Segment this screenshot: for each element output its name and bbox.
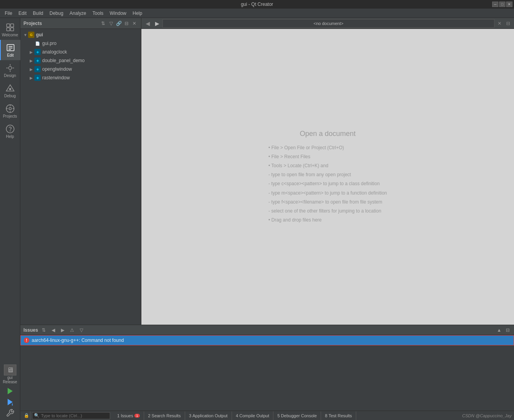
status-tab-app-label: Application Output: [193, 413, 228, 418]
tree-label-gui-pro: gui.pro: [42, 41, 57, 46]
editor-hint-7: - type f<space><filename> to open file f…: [268, 198, 382, 206]
svg-point-11: [9, 107, 11, 110]
build-target[interactable]: 🖥 gui Release: [0, 363, 20, 386]
tree-label-double-panel: double_panel_demo: [42, 58, 85, 63]
top-area: Projects ⇅ ▽ 🔗 ⊟ ✕ ▼ G gui: [20, 18, 514, 325]
menu-help[interactable]: Help: [130, 10, 146, 17]
editor-hint-1: • File > Open File or Project (Ctrl+O): [268, 144, 344, 152]
issue-row-1[interactable]: ! aarch64-linux-gnu-g++: Command not fou…: [20, 335, 514, 345]
status-search[interactable]: 🔍: [32, 412, 110, 419]
projects-toolbar: ⇅ ▽ 🔗 ⊟ ✕: [100, 20, 138, 27]
tree-arrow-analogclock: ▶: [30, 50, 34, 54]
issues-prev-btn[interactable]: ◀: [50, 327, 57, 334]
status-tab-compile-output[interactable]: 4 Compile Output: [232, 411, 274, 420]
issues-collapse-btn[interactable]: ▲: [496, 327, 502, 333]
menu-build[interactable]: Build: [30, 10, 46, 17]
sidebar-item-label-debug: Debug: [4, 94, 16, 98]
tree-item-openglwindow[interactable]: ▶ ◈ openglwindow: [20, 65, 141, 73]
editor-hint-6: - type m<space><pattern> to jump to a fu…: [268, 189, 387, 197]
menu-bar: File Edit Build Debug Analyze Tools Wind…: [0, 9, 514, 18]
issues-panel: Issues ⇅ ◀ ▶ ⚠ ▽ ▲ ⊟ ! aarch64-linux-gnu…: [20, 325, 514, 411]
svg-rect-0: [7, 24, 10, 27]
editor-document-selector[interactable]: <no document>: [162, 19, 494, 28]
status-tab-debugger-number: 5: [277, 413, 280, 418]
issues-next-btn[interactable]: ▶: [59, 327, 66, 334]
run-debug-button[interactable]: [0, 397, 20, 407]
sidebar-item-edit[interactable]: Edit: [0, 40, 20, 60]
tree-arrow-gui: ▼: [23, 33, 28, 37]
editor-back-btn[interactable]: ◀: [144, 20, 152, 27]
status-tab-compile-label: Compile Output: [239, 413, 269, 418]
tree-item-rasterwindow[interactable]: ▶ ◈ rasterwindow: [20, 73, 141, 82]
sidebar-item-label-design: Design: [4, 73, 16, 78]
status-tab-debugger-console[interactable]: 5 Debugger Console: [273, 411, 321, 420]
editor-hint-8: - select one of the other filters for ju…: [268, 207, 381, 215]
issues-content: ! aarch64-linux-gnu-g++: Command not fou…: [20, 335, 514, 411]
menu-analyze[interactable]: Analyze: [66, 10, 89, 17]
menu-debug[interactable]: Debug: [46, 10, 66, 17]
editor-split-btn[interactable]: ⊟: [505, 20, 512, 27]
close-button[interactable]: ✕: [506, 2, 512, 7]
tree-item-analogclock[interactable]: ▶ ◈ analogclock: [20, 48, 141, 56]
projects-split-btn[interactable]: ⊟: [123, 20, 130, 27]
projects-sync-btn[interactable]: ⇅: [100, 20, 107, 27]
status-tab-app-output[interactable]: 3 Application Output: [185, 411, 232, 420]
tree-label-rasterwindow: rasterwindow: [42, 75, 70, 80]
editor-content: Open a document • File > Open File or Pr…: [141, 29, 514, 325]
search-input[interactable]: [41, 413, 108, 418]
svg-point-13: [10, 130, 10, 131]
issues-expand-btn[interactable]: ⊟: [505, 327, 511, 333]
editor-hint-2: • File > Recent Files: [268, 153, 310, 161]
sidebar-item-help[interactable]: Help: [0, 121, 20, 141]
svg-point-12: [6, 125, 14, 133]
tree-item-double-panel[interactable]: ▶ ◈ double_panel_demo: [20, 56, 141, 65]
svg-point-8: [9, 66, 12, 70]
svg-rect-1: [11, 24, 14, 27]
svg-marker-14: [7, 388, 12, 395]
svg-rect-2: [7, 28, 10, 31]
status-tab-search-results[interactable]: 2 Search Results: [144, 411, 185, 420]
status-tab-issues-number: 1: [117, 413, 120, 418]
projects-filter-btn[interactable]: ▽: [107, 20, 114, 27]
editor-hint-4: - type to open file from any open projec…: [268, 171, 351, 179]
editor-no-document-label: <no document>: [314, 21, 343, 26]
sidebar-item-projects[interactable]: Projects: [0, 101, 20, 121]
status-tab-app-number: 3: [189, 413, 191, 418]
status-lock-btn[interactable]: 🔒: [23, 411, 30, 420]
editor-close-btn[interactable]: ✕: [496, 20, 503, 27]
status-tab-issues[interactable]: 1 Issues 1: [113, 411, 144, 420]
main-layout: Welcome Edit Design Debug: [0, 18, 514, 420]
projects-panel: Projects ⇅ ▽ 🔗 ⊟ ✕ ▼ G gui: [20, 18, 141, 325]
maximize-button[interactable]: □: [499, 2, 505, 7]
minimize-button[interactable]: ─: [492, 2, 498, 7]
sidebar-item-welcome[interactable]: Welcome: [0, 20, 20, 40]
menu-window[interactable]: Window: [107, 10, 130, 17]
status-tab-test-results[interactable]: 8 Test Results: [321, 411, 356, 420]
projects-close-btn[interactable]: ✕: [131, 20, 138, 27]
menu-tools[interactable]: Tools: [89, 10, 107, 17]
projects-link-btn[interactable]: 🔗: [115, 20, 122, 27]
issues-filter-btn[interactable]: ▽: [78, 327, 85, 334]
editor-forward-btn[interactable]: ▶: [153, 20, 161, 27]
issue-message-1: aarch64-linux-gnu-g++: Command not found: [32, 338, 124, 343]
status-tab-issues-badge: 1: [134, 414, 140, 418]
issues-warning-btn[interactable]: ⚠: [68, 327, 75, 334]
tree-item-gui-pro[interactable]: ▶ 📄 gui.pro: [20, 39, 141, 48]
status-tab-search-label: Search Results: [152, 413, 181, 418]
sidebar-bottom: 🖥 gui Release: [0, 363, 20, 420]
sidebar-item-design[interactable]: Design: [0, 60, 20, 80]
projects-panel-title: Projects: [23, 21, 42, 26]
issues-sort-btn[interactable]: ⇅: [40, 327, 47, 334]
sidebar-item-debug[interactable]: Debug: [0, 80, 20, 101]
menu-edit[interactable]: Edit: [15, 10, 30, 17]
title-bar: gui - Qt Creator ─ □ ✕: [0, 0, 514, 9]
tree-icon-analogclock: ◈: [34, 49, 41, 55]
run-button[interactable]: [0, 386, 20, 397]
build-button[interactable]: [0, 407, 20, 418]
menu-file[interactable]: File: [2, 10, 15, 17]
tree-label-openglwindow: openglwindow: [42, 66, 72, 72]
status-tabs: 1 Issues 1 2 Search Results 3 Applicatio…: [113, 411, 356, 420]
sidebar-item-label-help: Help: [6, 134, 14, 139]
open-doc-title: Open a document: [300, 130, 355, 138]
tree-item-gui-root[interactable]: ▼ G gui: [20, 30, 141, 39]
